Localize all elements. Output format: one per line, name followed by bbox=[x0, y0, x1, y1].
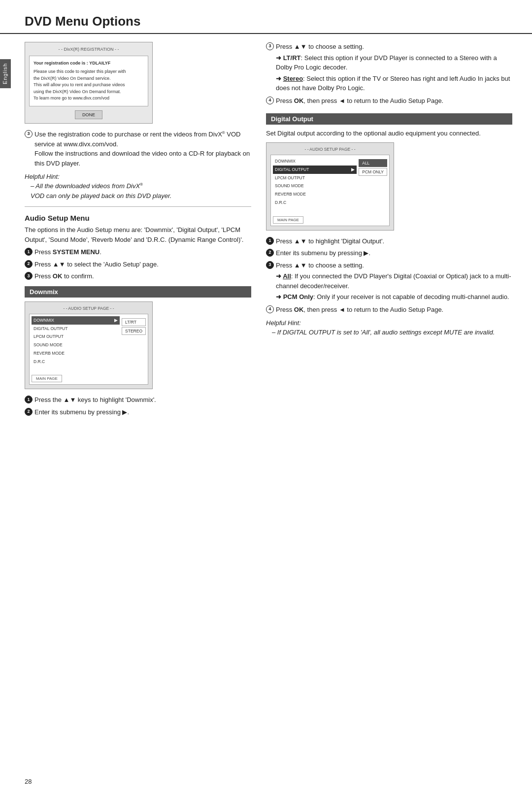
menu-item-downmix: DOWNMIX ▶ bbox=[32, 316, 120, 325]
pcm-bold: PCM Only bbox=[283, 293, 313, 300]
divx-dialog: - - DivX(R) REGISTRATION - - Your regist… bbox=[25, 42, 153, 124]
helpful-hint-divx: Helpful Hint: – All the downloaded video… bbox=[25, 173, 251, 200]
d-menu-digital: DIGITAL OUTPUT ▶ bbox=[273, 166, 357, 174]
step3b-text2: to confirm. bbox=[62, 272, 94, 280]
downmix-sub-menu: LT/RT STEREO bbox=[122, 316, 146, 383]
step3-setting-circle: 3 bbox=[266, 42, 274, 50]
digital-menu-inner: DOWNMIX DIGITAL OUTPUT ▶ LPCM OUTPUT SOU… bbox=[270, 155, 390, 226]
d-step4-text: Press OK, then press ◄ to return to the … bbox=[276, 305, 512, 315]
d-step3-main: Press ▲▼ to choose a setting. bbox=[276, 262, 364, 269]
step3-setting-main: Press ▲▼ to choose a setting. bbox=[276, 43, 364, 50]
step3-text: Use the registration code to purchase or… bbox=[34, 130, 251, 168]
all-text: : If you connected the DVD Player's Digi… bbox=[276, 272, 511, 290]
main-page-btn: MAIN PAGE bbox=[32, 373, 120, 382]
press2-circle: 2 bbox=[25, 408, 33, 416]
press1-circle: 1 bbox=[25, 396, 33, 403]
hint-sup: ® bbox=[140, 182, 143, 187]
d-sub-all: ALL bbox=[359, 159, 387, 167]
english-tab-label: English bbox=[2, 63, 8, 84]
press1-text: Press the ▲▼ keys to highlight 'Downmix'… bbox=[34, 395, 251, 405]
step3b-text: Press OK to confirm. bbox=[34, 271, 251, 281]
helpful-hint-label: Helpful Hint: bbox=[25, 173, 251, 180]
dialog-line1: Your registration code is : YDLAILYF bbox=[33, 60, 144, 67]
downmix-menu-screenshot: - - AUDIO SETUP PAGE - - DOWNMIX ▶ DIGIT… bbox=[25, 301, 153, 390]
d-main-page-btn: MAIN PAGE bbox=[273, 214, 357, 224]
audio-setup-heading: Audio Setup Menu bbox=[25, 214, 251, 222]
d-step3-circle: 3 bbox=[266, 261, 274, 269]
hint-line1: – All the downloaded videos from DivX bbox=[31, 182, 140, 190]
step3-circle: 3 bbox=[25, 130, 33, 138]
menu-item-digital: DIGITAL OUTPUT bbox=[32, 325, 120, 333]
menu-item-sound: SOUND MODE bbox=[32, 341, 120, 349]
left-column: - - DivX(R) REGISTRATION - - Your regist… bbox=[25, 34, 251, 419]
step3-setting: 3 Press ▲▼ to choose a setting. ➜ LT/RT:… bbox=[266, 42, 512, 93]
page-number: 28 bbox=[25, 778, 32, 785]
all-arrow: ➜ bbox=[276, 272, 283, 280]
dialog-line2: Please use this code to register this pl… bbox=[33, 68, 144, 75]
helpful-hint-text: – All the downloaded videos from DivX® V… bbox=[25, 181, 251, 200]
ltrt-arrow: ➜ bbox=[276, 54, 283, 62]
downmix-menu-left: DOWNMIX ▶ DIGITAL OUTPUT LPCM OUTPUT SOU… bbox=[32, 316, 120, 383]
step3-sup: ® bbox=[222, 131, 225, 135]
d-menu-downmix: DOWNMIX bbox=[273, 157, 357, 166]
step3b-audio: 3 Press OK to confirm. bbox=[25, 271, 251, 281]
step1-bold: SYSTEM MENU bbox=[53, 248, 100, 256]
audio-intro: The options in the Audio Setup menu are:… bbox=[25, 225, 251, 245]
pcm-text: : Only if your receiver is not capable o… bbox=[313, 293, 509, 300]
d-step1-text: Press ▲▼ to highlight 'Digital Output'. bbox=[276, 236, 512, 246]
d-step2-text: Enter its submenu by pressing ▶. bbox=[276, 248, 512, 258]
dialog-line5: using the DivX(R) Video On Demand format… bbox=[33, 89, 144, 96]
downmix-menu-title: - - AUDIO SETUP PAGE - - bbox=[29, 306, 148, 311]
step3-setting-text: Press ▲▼ to choose a setting. ➜ LT/RT: S… bbox=[276, 42, 512, 93]
hint-line2: VOD can only be played back on this DVD … bbox=[31, 192, 171, 199]
step2-text: Press ▲▼ to select the 'Audio Setup' pag… bbox=[34, 260, 251, 269]
downmix-menu-inner: DOWNMIX ▶ DIGITAL OUTPUT LPCM OUTPUT SOU… bbox=[29, 314, 148, 385]
downmix-heading: Downmix bbox=[25, 286, 251, 298]
menu-item-reverb: REVERB MODE bbox=[32, 349, 120, 358]
done-button[interactable]: DONE bbox=[75, 110, 102, 120]
all-option: ➜ All: If you connected the DVD Player's… bbox=[276, 271, 512, 291]
sub-stereo: STEREO bbox=[122, 327, 146, 335]
step1-circle: 1 bbox=[25, 248, 33, 256]
stereo-bold: Stereo bbox=[283, 75, 303, 82]
d-step4-text-main: , then press ◄ to return to the Audio Se… bbox=[303, 306, 443, 313]
d-step2-circle: 2 bbox=[266, 249, 274, 257]
right-column: 3 Press ▲▼ to choose a setting. ➜ LT/RT:… bbox=[266, 34, 512, 419]
ltrt-option: ➜ LT/RT: Select this option if your DVD … bbox=[276, 53, 512, 72]
step4-press: Press bbox=[276, 97, 294, 104]
press2-text: Enter its submenu by pressing ▶. bbox=[34, 407, 251, 417]
step3-divx: 3 Use the registration code to purchase … bbox=[25, 130, 251, 168]
d-step3-text: Press ▲▼ to choose a setting. ➜ All: If … bbox=[276, 261, 512, 302]
sub-ltrt: LT/RT bbox=[122, 318, 146, 326]
d-menu-reverb: REVERB MODE bbox=[273, 190, 357, 199]
step2-circle: 2 bbox=[25, 260, 33, 268]
step3b-circle: 3 bbox=[25, 272, 33, 280]
press1-downmix: 1 Press the ▲▼ keys to highlight 'Downmi… bbox=[25, 395, 251, 405]
d-sub-pcm: PCM ONLY bbox=[359, 168, 387, 176]
d-step1-circle: 1 bbox=[266, 237, 274, 245]
step4-ok: 4 Press OK, then press ◄ to return to th… bbox=[266, 96, 512, 106]
step4-circle: 4 bbox=[266, 97, 274, 104]
menu-item-drc: D.R.C bbox=[32, 358, 120, 366]
d-step1: 1 Press ▲▼ to highlight 'Digital Output'… bbox=[266, 236, 512, 246]
d-step2: 2 Enter its submenu by pressing ▶. bbox=[266, 248, 512, 258]
d-hint-text: – If DIGITAL OUTPUT is set to 'All', all… bbox=[266, 328, 512, 337]
d-step4-press: Press bbox=[276, 306, 294, 313]
press2-downmix: 2 Enter its submenu by pressing ▶. bbox=[25, 407, 251, 417]
step2-audio: 2 Press ▲▼ to select the 'Audio Setup' p… bbox=[25, 260, 251, 269]
step1-text: Press SYSTEM MENU. bbox=[34, 247, 251, 257]
step4-bold: OK bbox=[294, 97, 304, 104]
dialog-content: Your registration code is : YDLAILYF Ple… bbox=[29, 56, 148, 106]
dialog-line3: the DivX(R) Video On Demand service. bbox=[33, 75, 144, 82]
d-step4-bold: OK bbox=[294, 306, 304, 313]
step1-press: Press bbox=[34, 248, 53, 256]
menu-item-lpcm: LPCM OUTPUT bbox=[32, 332, 120, 341]
section-divider bbox=[25, 206, 251, 207]
step4-text: Press OK, then press ◄ to return to the … bbox=[276, 96, 512, 106]
digital-menu-title: - - AUDIO SETUP PAGE - - bbox=[270, 147, 390, 152]
digital-output-heading: Digital Output bbox=[266, 113, 512, 125]
step1-dot: . bbox=[100, 248, 101, 256]
page-title: DVD Menu Options bbox=[0, 0, 532, 34]
d-menu-sound: SOUND MODE bbox=[273, 182, 357, 190]
pcm-arrow: ➜ bbox=[276, 293, 283, 300]
